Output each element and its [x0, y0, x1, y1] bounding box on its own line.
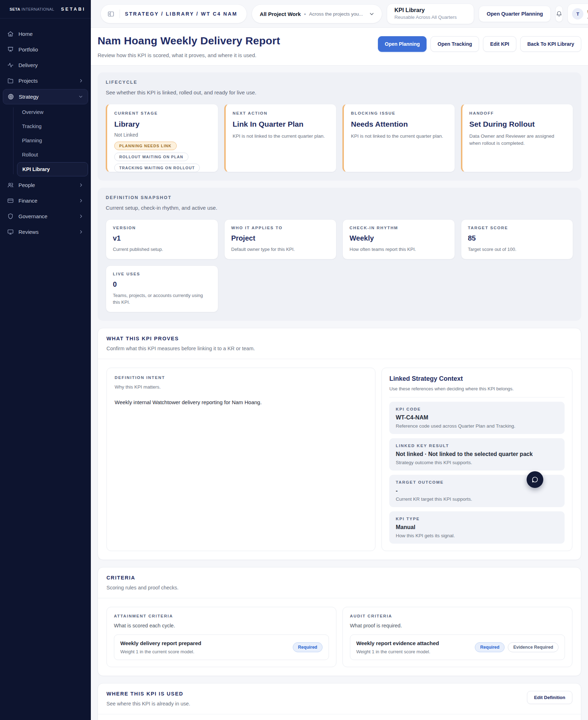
item-value: Manual	[396, 524, 558, 531]
context-subtitle: Use these references when deciding where…	[389, 386, 565, 397]
item-value: Not linked · Not linked to the selected …	[396, 451, 558, 457]
criteria-title: CRITERIA	[106, 575, 572, 581]
snapshot-cards: VERSION v1 Current published setup. WHO …	[106, 219, 573, 312]
scope-title: All Project Work	[260, 11, 301, 17]
chat-fab-button[interactable]	[527, 471, 543, 488]
chevron-right-icon	[78, 78, 84, 83]
evidence-required-badge: Evidence Required	[508, 642, 559, 652]
sidebar: SETA INTERNATIONAL SETABI Home Portfolio…	[0, 0, 91, 720]
sidebar-item-projects[interactable]: Projects	[3, 73, 88, 88]
criteria-body: ATTAINMENT CRITERIA What is scored each …	[98, 598, 581, 676]
sidebar-item-rollout[interactable]: Rollout	[17, 148, 88, 161]
dot-separator: •	[304, 11, 306, 17]
sidebar-item-delivery[interactable]: Delivery	[3, 58, 88, 72]
sidebar-item-people[interactable]: People	[3, 178, 88, 192]
user-menu[interactable]: T tuan.le ACCOUNT MANAGER	[567, 4, 588, 24]
proves-header: WHAT THIS KPI PROVES Confirm what this K…	[98, 328, 581, 359]
breadcrumb-pill: STRATEGY / LIBRARY / WT C4 NAM	[100, 4, 247, 23]
item-desc: Reference code used across Quarter Plan …	[396, 423, 558, 429]
sidebar-item-reviews[interactable]: Reviews	[3, 225, 88, 239]
home-icon	[7, 31, 14, 37]
sidebar-item-kpi-library[interactable]: KPI Library	[17, 162, 88, 176]
main-area: STRATEGY / LIBRARY / WT C4 NAM All Proje…	[91, 0, 588, 720]
open-tracking-button[interactable]: Open Tracking	[430, 36, 479, 52]
card-label: WHO IT APPLIES TO	[231, 226, 330, 230]
back-to-kpi-library-button[interactable]: Back To KPI Library	[520, 36, 581, 52]
card-desc: KPI is not linked to the current quarter…	[233, 133, 329, 140]
card-note: Not Linked	[114, 132, 211, 138]
sidebar-item-finance[interactable]: Finance	[3, 193, 88, 208]
page-header: Nam Hoang Weekly Delivery Report Review …	[91, 27, 588, 66]
lifecycle-cards: CURRENT STAGE Library Not Linked PLANNIN…	[106, 104, 573, 172]
definition-snapshot-section: DEFINITION SNAPSHOT Current setup, check…	[98, 188, 581, 321]
card-title: Link In Quarter Plan	[233, 120, 329, 128]
brand-app: SETABI	[61, 7, 86, 12]
criterion-note: Weight 1 in the current score model.	[120, 649, 201, 654]
version-card: VERSION v1 Current published setup.	[106, 219, 218, 259]
card-label: LIVE USES	[113, 272, 211, 276]
open-quarter-planning-button[interactable]: Open Quarter Planning	[479, 6, 551, 22]
linked-key-result-item: LINKED KEY RESULT Not linked · Not linke…	[389, 438, 565, 471]
target-score-card: TARGET SCORE 85 Target score out of 100.	[461, 219, 573, 259]
sidebar-item-strategy[interactable]: Strategy	[3, 89, 88, 104]
item-value: -	[396, 488, 558, 494]
blocking-issue-card: BLOCKING ISSUE Needs Attention KPI is no…	[342, 104, 455, 172]
projects-icon	[7, 77, 14, 84]
sidebar-item-planning[interactable]: Planning	[17, 134, 88, 147]
chevron-right-icon	[78, 198, 84, 203]
kpi-code-item: KPI CODE WT-C4-NAM Reference code used a…	[389, 402, 565, 434]
usage-section: WHERE THIS KPI IS USED See where this KP…	[98, 683, 581, 720]
card-value: Weekly	[350, 234, 448, 242]
lifecycle-section: LIFECYCLE See whether this KPI is linked…	[98, 72, 581, 181]
sidebar-item-tracking[interactable]: Tracking	[17, 120, 88, 133]
governance-icon	[7, 213, 14, 220]
item-label: KPI CODE	[396, 407, 558, 411]
next-action-card: NEXT ACTION Link In Quarter Plan KPI is …	[224, 104, 337, 172]
sidebar-item-portfolio[interactable]: Portfolio	[3, 42, 88, 57]
applies-to-card: WHO IT APPLIES TO Project Default owner …	[224, 219, 337, 259]
lifecycle-label: LIFECYCLE	[106, 80, 573, 85]
sidebar-item-label: Reviews	[18, 229, 39, 235]
sidebar-item-label: Finance	[18, 198, 37, 204]
sidebar-item-governance[interactable]: Governance	[3, 209, 88, 224]
breadcrumb[interactable]: STRATEGY / LIBRARY / WT C4 NAM	[125, 11, 237, 17]
item-label: LINKED KEY RESULT	[396, 444, 558, 448]
notifications-button[interactable]	[555, 6, 563, 22]
sidebar-item-label: Governance	[18, 213, 48, 219]
kpi-type-item: KPI TYPE Manual How this KPI gets its si…	[389, 511, 565, 544]
kpi-library-card: KPI Library Reusable Across All Quarters	[387, 4, 474, 24]
card-desc: Current published setup.	[113, 246, 211, 253]
chevron-down-icon	[369, 11, 375, 17]
item-label: KPI TYPE	[396, 517, 558, 521]
edit-kpi-button[interactable]: Edit KPI	[483, 36, 516, 52]
card-desc: Teams, projects, or accounts currently u…	[113, 292, 211, 306]
reviews-icon	[7, 229, 14, 235]
attainment-criteria-card: ATTAINMENT CRITERIA What is scored each …	[106, 607, 336, 667]
topbar: STRATEGY / LIBRARY / WT C4 NAM All Proje…	[91, 0, 588, 27]
header-actions: Open Planning Open Tracking Edit KPI Bac…	[378, 35, 581, 52]
item-desc: How this KPI gets its signal.	[396, 533, 558, 538]
delivery-icon	[7, 62, 14, 68]
open-planning-button[interactable]: Open Planning	[378, 36, 427, 52]
snapshot-desc: Current setup, check-in rhythm, and acti…	[106, 205, 573, 211]
item-value: WT-C4-NAM	[396, 414, 558, 421]
required-badge: Required	[475, 642, 505, 652]
card-label: HANDOFF	[469, 111, 566, 115]
project-scope-dropdown[interactable]: All Project Work • Across the projects y…	[252, 4, 382, 23]
criteria-section: CRITERIA Scoring rules and proof checks.…	[98, 567, 581, 676]
edit-definition-button[interactable]: Edit Definition	[527, 691, 572, 704]
usage-header: WHERE THIS KPI IS USED See where this KP…	[98, 683, 581, 714]
sidebar-item-home[interactable]: Home	[3, 27, 88, 41]
usage-title: WHERE THIS KPI IS USED	[106, 691, 190, 697]
card-label: NEXT ACTION	[233, 111, 329, 115]
divider	[120, 10, 120, 18]
card-label: CHECK-IN RHYTHM	[350, 226, 448, 230]
collapse-sidebar-icon[interactable]	[107, 10, 115, 18]
card-label: TARGET SCORE	[468, 226, 566, 230]
card-label: VERSION	[113, 226, 211, 230]
brand: SETA INTERNATIONAL SETABI	[0, 0, 91, 18]
card-desc: KPI is not linked to the current quarter…	[351, 133, 447, 140]
card-value: 0	[113, 280, 211, 288]
intent-hint: Why this KPI matters.	[115, 384, 367, 390]
sidebar-item-overview[interactable]: Overview	[17, 105, 88, 119]
